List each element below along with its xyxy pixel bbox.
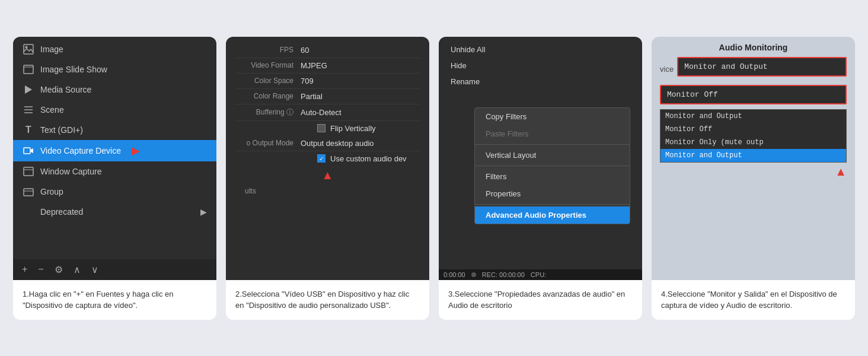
buffering-row: Buffering ⓘ Auto-Detect — [235, 104, 420, 121]
source-bottom-bar: + − ⚙ ∧ ∨ — [13, 259, 216, 280]
chevron-right-icon: ▶ — [200, 207, 207, 217]
custom-audio-checkbox[interactable]: ✓ — [317, 154, 326, 163]
video-capture-icon — [23, 145, 34, 157]
menu-properties[interactable]: Properties — [475, 185, 630, 202]
source-label: Group — [40, 187, 63, 196]
menu-paste-filters: Paste Filters — [475, 125, 630, 142]
svg-rect-7 — [24, 148, 30, 154]
fps-label: FPS — [235, 46, 301, 54]
source-label: Deprecated — [40, 207, 83, 217]
source-label: Image — [40, 44, 63, 54]
source-item-deprecated[interactable]: Deprecated ▶ — [13, 202, 216, 222]
card2-screenshot: FPS 60 Video Format MJPEG Color Space 70… — [226, 37, 429, 280]
settings-source-button[interactable]: ⚙ — [52, 263, 66, 276]
card2-description: 2.Selecciona "Vídeo USB" en Dispositivo … — [226, 280, 429, 320]
source-label: Video Capture Device — [40, 146, 121, 155]
statusbar-cpu: CPU: — [531, 271, 546, 278]
add-source-button[interactable]: + — [19, 263, 30, 276]
source-label: Text (GDI+) — [40, 125, 83, 135]
source-item-text[interactable]: T Text (GDI+) — [13, 120, 216, 140]
audio-monitoring-dropdown[interactable]: Monitor and Output Monitor Off Monitor O… — [660, 109, 847, 163]
card3-screenshot: Unhide All Hide Rename Copy Filters Past… — [439, 37, 642, 280]
color-range-value: Partial — [301, 92, 323, 101]
deprecated-icon — [23, 206, 34, 218]
card-2: FPS 60 Video Format MJPEG Color Space 70… — [226, 37, 429, 320]
source-item-scene[interactable]: Scene — [13, 100, 216, 120]
monitor-off-btn[interactable]: Monitor Off — [660, 85, 847, 104]
menu-filters[interactable]: Filters — [475, 168, 630, 185]
flip-checkbox[interactable] — [317, 124, 326, 132]
buffering-value: Auto-Detect — [301, 108, 342, 117]
flip-row: Flip Vertically — [235, 121, 420, 136]
source-item-group[interactable]: Group — [13, 182, 216, 202]
group-icon — [23, 186, 34, 198]
buffering-label: Buffering ⓘ — [235, 107, 301, 117]
custom-audio-row: ✓ Use custom audio dev — [235, 151, 420, 166]
card1-screenshot: Image Image Slide Show — [13, 37, 216, 280]
svg-marker-8 — [31, 148, 33, 153]
device-row: vice Monitor and Output — [660, 57, 847, 81]
menu-divider-3 — [475, 204, 630, 205]
menu-vertical-layout[interactable]: Vertical Layout — [475, 147, 630, 164]
bottom-text: ults — [235, 182, 420, 200]
card-3: Unhide All Hide Rename Copy Filters Past… — [439, 37, 642, 320]
down-source-button[interactable]: ∨ — [88, 263, 101, 276]
svg-marker-3 — [25, 85, 32, 94]
red-arrow-2: ▲ — [235, 169, 420, 182]
statusbar: 0:00:00 REC: 00:00:00 CPU: — [439, 269, 642, 280]
menu-unhide-all[interactable]: Unhide All — [448, 42, 633, 58]
media-icon — [23, 84, 34, 96]
dropdown-item-0[interactable]: Monitor and Output — [660, 110, 846, 123]
svg-rect-2 — [24, 65, 33, 74]
arrow-indicator: ▶ — [132, 144, 140, 157]
text-icon: T — [23, 124, 34, 136]
scene-icon — [23, 104, 34, 116]
fps-value: 60 — [301, 46, 309, 55]
source-item-media[interactable]: Media Source — [13, 80, 216, 100]
output-mode-label: o Output Mode — [235, 139, 301, 147]
color-space-row: Color Space 709 — [235, 74, 420, 89]
up-source-button[interactable]: ∧ — [71, 263, 84, 276]
card1-description: 1.Haga clic en "+" en Fuentes y haga cli… — [13, 280, 216, 320]
output-mode-value: Output desktop audio — [301, 139, 374, 148]
menu-divider-1 — [475, 144, 630, 145]
window-capture-icon — [23, 166, 34, 177]
context-menu: Copy Filters Paste Filters Vertical Layo… — [474, 107, 630, 224]
video-format-row: Video Format MJPEG — [235, 58, 420, 74]
color-space-value: 709 — [301, 77, 314, 85]
color-range-label: Color Range — [235, 92, 301, 100]
source-label: Window Capture — [40, 167, 102, 176]
red-arrow-4: ▲ — [660, 165, 847, 179]
top-menu-items: Unhide All Hide Rename — [439, 37, 642, 90]
color-range-row: Color Range Partial — [235, 89, 420, 104]
statusbar-time: 0:00:00 — [443, 271, 465, 278]
tutorial-container: Image Image Slide Show — [13, 37, 855, 320]
svg-point-1 — [25, 46, 28, 48]
svg-rect-0 — [24, 44, 33, 54]
dropdown-item-1[interactable]: Monitor Off — [660, 123, 846, 136]
card-1: Image Image Slide Show — [13, 37, 216, 320]
menu-rename[interactable]: Rename — [448, 74, 633, 90]
source-label: Image Slide Show — [40, 65, 107, 74]
source-item-image[interactable]: Image — [13, 39, 216, 59]
monitor-and-output-btn[interactable]: Monitor and Output — [677, 57, 847, 77]
card-4: Audio Monitoring vice Monitor and Output… — [652, 37, 855, 320]
flip-value: Flip Vertically — [330, 124, 376, 133]
menu-hide[interactable]: Hide — [448, 58, 633, 74]
menu-copy-filters[interactable]: Copy Filters — [475, 108, 630, 125]
menu-divider-2 — [475, 166, 630, 166]
remove-source-button[interactable]: − — [35, 263, 46, 276]
card4-description: 4.Seleccione "Monitor y Salida" en el Di… — [652, 280, 855, 320]
source-item-slideshow[interactable]: Image Slide Show — [13, 59, 216, 80]
source-label: Media Source — [40, 85, 91, 94]
image-icon — [23, 43, 34, 55]
custom-audio-value: Use custom audio dev — [330, 154, 407, 163]
source-item-window[interactable]: Window Capture — [13, 161, 216, 182]
dropdown-item-3[interactable]: Monitor and Output — [660, 149, 846, 162]
source-item-video-capture[interactable]: Video Capture Device ▶ — [13, 140, 216, 161]
statusbar-rec: REC: 00:00:00 — [482, 271, 525, 278]
statusbar-dot — [471, 272, 476, 277]
menu-advanced-audio[interactable]: Advanced Audio Properties — [475, 206, 630, 224]
dropdown-item-2[interactable]: Monitor Only (mute outp — [660, 136, 846, 149]
video-format-label: Video Format — [235, 61, 301, 69]
